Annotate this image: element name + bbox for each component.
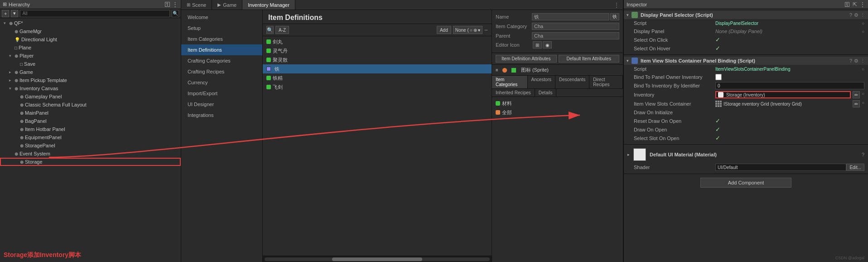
prop-script-value[interactable]: DisplayPanelSelector	[715, 21, 862, 26]
sidebar-item-welcome[interactable]: Welcome	[181, 12, 262, 23]
tree-item-eventsystem[interactable]: ⊕ Event System	[0, 150, 181, 158]
tree-item-equipment[interactable]: ⊕ EquipmentPanel	[0, 133, 181, 141]
tree-item-storage[interactable]: ⊕ Storage	[0, 158, 181, 166]
minus-icon[interactable]: −	[484, 26, 488, 34]
middle-tabs-menu[interactable]: ⋮	[614, 2, 619, 8]
component-arrow: ▾	[627, 13, 629, 17]
tab-details[interactable]: Details	[535, 89, 557, 97]
tree-item-gamemgr[interactable]: ⊕ GameMgr	[0, 27, 181, 35]
sidebar-item-item-definitions[interactable]: Item Definitions	[181, 44, 262, 55]
sidebar-item-item-categories[interactable]: Item Categories	[181, 34, 262, 44]
tab-inventory-manager[interactable]: Inventory Manager	[242, 0, 295, 10]
list-item-tie[interactable]: 铁	[263, 64, 492, 73]
edit-pencil-btn[interactable]: ✏	[853, 91, 860, 98]
tree-item-classicschema[interactable]: ⊕ Classic Schema Full Layout	[0, 101, 181, 109]
prop-label: Script	[634, 20, 715, 26]
tree-item-plane[interactable]: □ Plane	[0, 44, 181, 52]
item-category-value[interactable]: Cha	[532, 23, 619, 30]
parent-value[interactable]: Cha	[532, 32, 619, 39]
tree-item-player[interactable]: ▾ ⊕ Player	[0, 52, 181, 60]
tree-item-save[interactable]: □ Save	[0, 60, 181, 68]
settings-icon[interactable]: ⚙	[854, 58, 858, 64]
list-item-julingsan[interactable]: 聚灵散	[263, 55, 492, 64]
sidebar-item-crafting-categories[interactable]: Crafting Categories	[181, 55, 262, 66]
name-icon-button[interactable]: 铁	[610, 13, 619, 20]
search-icon[interactable]: 🔍	[172, 10, 179, 17]
inspector-expand-icon[interactable]: ⇱	[853, 1, 857, 8]
tree-item-bagpanel[interactable]: ⊕ BagPanel	[0, 117, 181, 125]
prop-circle-btn[interactable]: ○	[862, 21, 864, 26]
tree-item-game[interactable]: ▸ ⊕ Game	[0, 68, 181, 76]
prop-identifier-input[interactable]	[715, 82, 864, 89]
cat-item-material[interactable]: 材料	[496, 99, 619, 108]
add-item-button[interactable]: Add	[437, 26, 451, 34]
list-item-feijian[interactable]: 飞剑	[263, 82, 492, 92]
none-dropdown[interactable]: None ( ○ ⊕ ▾	[453, 26, 482, 34]
item-color-dot	[266, 49, 271, 53]
sidebar-item-import-export[interactable]: Import/Export	[181, 88, 262, 99]
help-icon[interactable]: ?	[849, 58, 852, 64]
tab-inherited-recipes[interactable]: Inherited Recipes	[492, 89, 535, 97]
prop-circle-btn2[interactable]: ○	[862, 100, 864, 107]
list-item-tiejing[interactable]: 铁精	[263, 73, 492, 82]
hierarchy-menu-icon[interactable]: ⋮	[172, 1, 178, 8]
default-item-attributes-btn[interactable]: Default Item Attributes	[559, 55, 620, 63]
tree-item-dirlight[interactable]: 💡 Directional Light	[0, 35, 181, 44]
shader-value-text: UI/Default	[718, 165, 738, 170]
edit-shader-btn[interactable]: Edit...	[846, 164, 864, 171]
editor-icon-btn2[interactable]: ◉	[543, 41, 552, 49]
add-component-button[interactable]: Add Component	[700, 178, 792, 188]
inspector-lock-icon[interactable]: ⚿	[844, 1, 850, 8]
component-menu-icon[interactable]: ⋮	[860, 12, 865, 18]
prop-circle-btn[interactable]: ○	[862, 67, 864, 72]
tree-item-inventorycanvas[interactable]: ▾ ⊕ Inventory Canvas	[0, 84, 181, 92]
sort-button[interactable]: A-Z	[275, 26, 289, 34]
component-header-ivs[interactable]: ▾ Item View Slots Container Panel Bindin…	[624, 57, 868, 65]
prop-circle-btn[interactable]: ○	[862, 91, 864, 98]
hierarchy-search-input[interactable]	[20, 10, 170, 17]
edit-pencil-btn2[interactable]: ✏	[853, 100, 860, 107]
sidebar-item-currency[interactable]: Currency	[181, 77, 262, 88]
sidebar-item-integrations[interactable]: Integrations	[181, 110, 262, 121]
prop-script-value[interactable]: ItemViewSlotsContainerPanelBinding	[715, 67, 862, 72]
component-header-dps[interactable]: ▾ Display Panel Selector (Script) ? ⚙ ⋮	[624, 11, 868, 19]
prop-bind-inv-id: Bind To Inventory By Identifier	[624, 81, 868, 90]
hierarchy-lock-icon[interactable]: ⚿	[164, 1, 170, 8]
sidebar-item-ui-designer[interactable]: UI Designer	[181, 99, 262, 110]
help-icon[interactable]: ?	[849, 12, 852, 18]
hierarchy-actions[interactable]: ⚿ ⋮	[164, 1, 178, 8]
tree-item-label: QF*	[14, 20, 23, 26]
list-item-lingqidan[interactable]: 灵气丹	[263, 46, 492, 55]
tab-ancestors[interactable]: Ancestors	[528, 76, 555, 88]
inspector-menu-icon[interactable]: ⋮	[860, 1, 865, 8]
name-field-value[interactable]: 铁	[532, 13, 609, 20]
inv-search-input[interactable]: 🔍	[266, 26, 274, 34]
item-definition-attributes-btn[interactable]: Item Definition Attributes	[496, 55, 557, 63]
cat-item-all[interactable]: 全部	[496, 108, 619, 117]
help-icon[interactable]: ?	[862, 152, 864, 157]
tab-direct-recipes[interactable]: Direct Recipes	[589, 76, 623, 88]
sidebar-item-setup[interactable]: Setup	[181, 23, 262, 34]
game-icon: ▶	[217, 2, 221, 7]
tree-item-qf[interactable]: ▾ ⊕ QF*	[0, 19, 181, 27]
prop-circle-btn[interactable]: ○	[862, 29, 864, 34]
tree-item-mainpanel[interactable]: ⊕ MainPanel	[0, 109, 181, 117]
settings-icon[interactable]: ⚙	[854, 12, 858, 18]
add-dropdown-button[interactable]: ▾	[11, 10, 18, 17]
tree-item-itempickup[interactable]: ▸ ⊕ Item Pickup Template	[0, 76, 181, 84]
tab-descendants[interactable]: Descendants	[555, 76, 589, 88]
sidebar-item-crafting-recipes[interactable]: Crafting Recipes	[181, 66, 262, 77]
add-button[interactable]: +	[2, 10, 9, 17]
component-menu-icon[interactable]: ⋮	[860, 58, 865, 64]
list-item-jianzhu[interactable]: 剑丸	[263, 37, 492, 46]
tree-item-hotbar[interactable]: ⊕ Item Hotbar Panel	[0, 125, 181, 133]
prop-checkbox[interactable]	[715, 74, 722, 80]
editor-icon-select-btn[interactable]: ⊞	[533, 41, 542, 49]
tab-item-categories[interactable]: Item Categories	[492, 76, 528, 88]
prop-draw-on-open: Draw On Open ✓	[624, 125, 868, 134]
horizontal-scrollbar[interactable]	[263, 256, 492, 262]
tab-scene[interactable]: ⊞ Scene	[181, 0, 212, 10]
tree-item-storagepanel[interactable]: ⊕ StoragePanel	[0, 141, 181, 150]
tab-game[interactable]: ▶ Game	[212, 0, 242, 10]
tree-item-gameplay[interactable]: ⊕ Gameplay Panel	[0, 92, 181, 101]
